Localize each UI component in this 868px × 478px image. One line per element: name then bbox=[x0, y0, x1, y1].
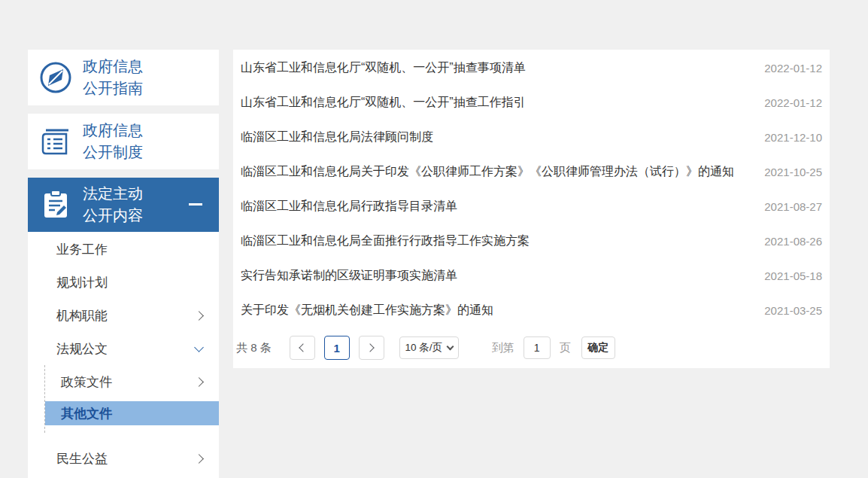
chevron-down-icon bbox=[447, 343, 454, 351]
sidebar-card-gov-info-system[interactable]: 政府信息 公开制度 bbox=[28, 114, 219, 169]
clipboard-pen-icon bbox=[28, 188, 83, 221]
document-date: 2021-08-27 bbox=[755, 200, 822, 213]
notebook-icon bbox=[28, 124, 83, 159]
sidebar-subitem-other-files[interactable]: 其他文件 bbox=[45, 401, 219, 425]
document-link[interactable]: 山东省工业和信息化厅“双随机、一公开”抽查工作指引 bbox=[241, 95, 526, 111]
total-count-label: 共 8 条 bbox=[236, 341, 272, 355]
list-item: 临淄区工业和信息化局法律顾问制度 2021-12-10 bbox=[233, 120, 830, 154]
sidebar-item-regulations[interactable]: 法规公文 bbox=[28, 332, 219, 365]
compass-icon bbox=[28, 60, 83, 95]
chevron-down-icon bbox=[194, 343, 204, 352]
sidebar-card-label: 政府信息 公开指南 bbox=[83, 56, 143, 99]
chevron-right-icon bbox=[194, 311, 204, 321]
page-size-select[interactable]: 10 条/页 bbox=[399, 336, 459, 359]
document-date: 2021-12-10 bbox=[755, 131, 822, 144]
chevron-right-icon bbox=[194, 377, 204, 387]
sidebar-menu: 业务工作 规划计划 机构职能 法规公文 政策文件 其他文件 民生公益 bbox=[28, 232, 219, 478]
list-item: 山东省工业和信息化厅“双随机、一公开”抽查事项清单 2022-01-12 bbox=[233, 50, 830, 85]
goto-page-input[interactable] bbox=[524, 336, 551, 359]
list-item: 临淄区工业和信息化局全面推行行政指导工作实施方案 2021-08-26 bbox=[233, 224, 830, 258]
next-page-button[interactable] bbox=[359, 336, 384, 360]
document-date: 2021-08-26 bbox=[755, 235, 822, 248]
sidebar-item-org-functions[interactable]: 机构职能 bbox=[28, 299, 219, 332]
page-size-label: 10 条/页 bbox=[405, 341, 442, 355]
document-date: 2021-05-18 bbox=[755, 269, 822, 282]
sidebar-subitem-policy-files[interactable]: 政策文件 bbox=[45, 365, 219, 398]
menu-item-label: 机构职能 bbox=[56, 307, 108, 324]
document-link[interactable]: 临淄区工业和信息化局法律顾问制度 bbox=[241, 129, 433, 145]
document-link[interactable]: 临淄区工业和信息化局关于印发《公职律师工作方案》《公职律师管理办法（试行）》的通… bbox=[241, 164, 734, 180]
document-date: 2022-01-12 bbox=[755, 62, 822, 75]
document-link[interactable]: 关于印发《无烟机关创建工作实施方案》的通知 bbox=[241, 303, 493, 318]
document-date: 2021-03-25 bbox=[755, 304, 822, 317]
submenu-item-label: 其他文件 bbox=[61, 405, 112, 422]
document-link[interactable]: 临淄区工业和信息化局全面推行行政指导工作实施方案 bbox=[241, 233, 530, 249]
document-link[interactable]: 山东省工业和信息化厅“双随机、一公开”抽查事项清单 bbox=[241, 60, 526, 76]
list-item: 山东省工业和信息化厅“双随机、一公开”抽查工作指引 2022-01-12 bbox=[233, 85, 830, 120]
chevron-right-icon bbox=[194, 454, 204, 464]
menu-item-label: 民生公益 bbox=[56, 450, 108, 467]
page-number-button[interactable]: 1 bbox=[324, 336, 350, 360]
menu-item-label: 规划计划 bbox=[56, 274, 108, 291]
menu-item-label: 业务工作 bbox=[56, 241, 108, 258]
prev-page-button[interactable] bbox=[290, 336, 315, 360]
chevron-left-icon bbox=[299, 343, 308, 352]
submenu-item-label: 政策文件 bbox=[61, 373, 112, 391]
main-panel: 山东省工业和信息化厅“双随机、一公开”抽查事项清单 2022-01-12 山东省… bbox=[233, 50, 830, 368]
menu-item-label: 法规公文 bbox=[56, 340, 108, 358]
list-item: 关于印发《无烟机关创建工作实施方案》的通知 2021-03-25 bbox=[233, 293, 830, 327]
sidebar-submenu: 政策文件 其他文件 bbox=[44, 365, 219, 433]
sidebar-item-business-work[interactable]: 业务工作 bbox=[28, 233, 219, 266]
document-date: 2021-10-25 bbox=[755, 166, 822, 178]
sidebar-item-planning[interactable]: 规划计划 bbox=[28, 266, 219, 299]
document-link[interactable]: 临淄区工业和信息化局行政指导目录清单 bbox=[241, 199, 457, 215]
sidebar-item-public-welfare[interactable]: 民生公益 bbox=[28, 442, 219, 475]
list-item: 临淄区工业和信息化局关于印发《公职律师工作方案》《公职律师管理办法（试行）》的通… bbox=[233, 154, 830, 189]
sidebar: 政府信息 公开指南 政府信息 公开制度 bbox=[28, 50, 219, 478]
document-date: 2022-01-12 bbox=[755, 96, 822, 109]
list-item: 实行告知承诺制的区级证明事项实施清单 2021-05-18 bbox=[233, 258, 830, 293]
page-unit-label: 页 bbox=[560, 341, 571, 355]
goto-page-label: 到第 bbox=[492, 341, 514, 355]
chevron-right-icon bbox=[366, 343, 375, 352]
list-item: 临淄区工业和信息化局行政指导目录清单 2021-08-27 bbox=[233, 189, 830, 224]
sidebar-card-gov-info-guide[interactable]: 政府信息 公开指南 bbox=[28, 50, 219, 105]
document-link[interactable]: 实行告知承诺制的区级证明事项实施清单 bbox=[241, 268, 457, 284]
sidebar-section-legal-disclosure[interactable]: 法定主动 公开内容 bbox=[28, 178, 219, 232]
pagination: 共 8 条 1 10 条/页 到第 页 确定 bbox=[233, 336, 830, 360]
collapse-icon[interactable] bbox=[189, 203, 202, 206]
sidebar-card-label: 政府信息 公开制度 bbox=[83, 120, 143, 163]
sidebar-section-label: 法定主动 公开内容 bbox=[83, 183, 143, 227]
confirm-button[interactable]: 确定 bbox=[581, 336, 615, 359]
